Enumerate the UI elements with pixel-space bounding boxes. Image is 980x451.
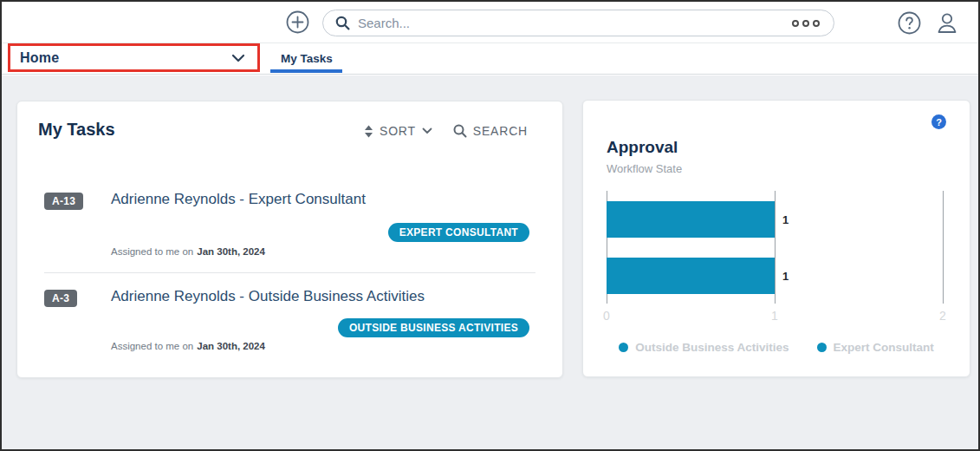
card-help-icon[interactable]: ?: [931, 114, 946, 129]
workflow-state-badge: EXPERT CONSULTANT: [388, 223, 529, 242]
search-icon: [335, 16, 350, 30]
x-tick-label: 0: [603, 309, 610, 323]
sort-button[interactable]: SORT: [364, 124, 432, 138]
nav-bar: Home My Tasks: [2, 43, 978, 75]
help-button[interactable]: [898, 11, 921, 35]
task-id-badge[interactable]: A-3: [44, 290, 77, 307]
chart-legend: Outside Business Activities Expert Consu…: [583, 341, 970, 354]
assigned-text: Assigned to me on: [111, 341, 193, 351]
task-divider: [44, 272, 535, 273]
task-title-link[interactable]: Adrienne Reynolds - Outside Business Act…: [111, 288, 425, 305]
search-input[interactable]: [358, 16, 792, 30]
legend-label: Outside Business Activities: [635, 341, 789, 354]
user-account-button[interactable]: [935, 10, 959, 35]
bar-Outside Business Activities[interactable]: [607, 201, 775, 238]
legend-item[interactable]: Expert Consultant: [817, 341, 934, 354]
search-icon: [453, 124, 467, 138]
legend-item[interactable]: Outside Business Activities: [619, 341, 789, 354]
page-content: My Tasks SORT SEARCH: [2, 75, 978, 449]
my-tasks-card: My Tasks SORT SEARCH: [16, 101, 563, 378]
legend-dot-icon: [817, 343, 827, 352]
legend-dot-icon: [619, 343, 628, 352]
sort-label: SORT: [380, 124, 416, 138]
my-tasks-title: My Tasks: [38, 120, 115, 140]
task-title-link[interactable]: Adrienne Reynolds - Expert Consultant: [111, 191, 366, 208]
home-dropdown-label: Home: [20, 50, 59, 66]
gridline: [775, 191, 776, 304]
top-bar: [2, 2, 978, 43]
assigned-text: Assigned to me on: [111, 246, 193, 257]
assigned-date: Jan 30th, 2024: [197, 246, 265, 257]
create-button[interactable]: [286, 10, 309, 34]
search-tasks-button[interactable]: SEARCH: [453, 124, 528, 138]
app-window: Home My Tasks My Tasks SORT: [0, 0, 980, 451]
tab-my-tasks-label: My Tasks: [281, 52, 333, 65]
sort-arrows-icon: [364, 125, 373, 138]
bar-Expert Consultant[interactable]: [607, 258, 775, 294]
x-axis-ticks: 012: [607, 309, 943, 324]
x-tick-label: 1: [771, 309, 778, 323]
chevron-down-icon: [231, 54, 245, 62]
question-circle-icon: [898, 11, 921, 35]
assigned-info: Assigned to me onJan 30th, 2024: [111, 246, 265, 257]
legend-label: Expert Consultant: [834, 341, 934, 354]
task-id-badge[interactable]: A-13: [44, 193, 83, 210]
active-tab-underline: [270, 69, 342, 73]
home-dropdown[interactable]: Home: [8, 43, 260, 72]
approval-card: ? Approval Workflow State 11 012 Outside…: [582, 100, 970, 377]
tab-my-tasks[interactable]: My Tasks: [270, 43, 342, 72]
workflow-state-badge: OUTSIDE BUSINESS ACTIVITIES: [338, 318, 529, 337]
global-search: [322, 10, 834, 36]
assigned-info: Assigned to me onJan 30th, 2024: [111, 341, 265, 351]
gridline: [943, 191, 944, 304]
bar-value-label: 1: [782, 213, 789, 226]
approval-title: Approval: [607, 138, 678, 157]
plus-circle-icon: [286, 10, 309, 34]
approval-subtitle: Workflow State: [607, 162, 682, 175]
x-tick-label: 2: [939, 309, 946, 323]
more-options-icon[interactable]: [792, 20, 821, 27]
bar-chart-plot: 11: [607, 191, 943, 304]
person-icon: [935, 10, 959, 35]
assigned-date: Jan 30th, 2024: [197, 341, 265, 351]
search-label: SEARCH: [473, 124, 528, 138]
chevron-down-icon: [422, 127, 432, 134]
my-tasks-controls: SORT SEARCH: [364, 124, 528, 138]
bar-value-label: 1: [782, 270, 789, 283]
